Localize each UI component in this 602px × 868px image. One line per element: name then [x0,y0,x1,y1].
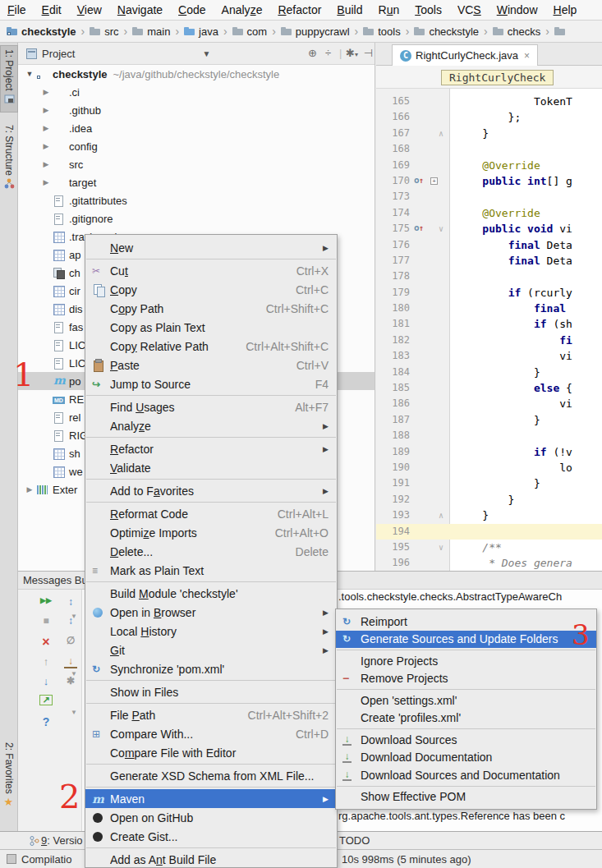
context-menu-item-validate[interactable]: Validate [85,458,337,477]
breadcrumb-item-item[interactable] [554,26,566,36]
tree-chevron-icon[interactable]: ▶ [39,160,53,168]
menubar-item-edit[interactable]: Edit [42,3,62,16]
code-line[interactable]: 170o↑+ public int[] g [376,173,602,189]
code-line[interactable]: 180 final [376,301,602,316]
code-line[interactable]: 176 final Deta [376,237,602,253]
code-line[interactable]: 173 [376,189,602,204]
context-menu-item-copy[interactable]: CopyCtrl+C [85,280,337,299]
code-line[interactable]: 195∨ /** [376,540,602,555]
fold-arrow-icon[interactable]: ∧ [439,126,443,141]
code-line[interactable]: 166 }; [376,109,602,125]
context-menu-item-copy-path[interactable]: Copy PathCtrl+Shift+C [85,299,337,318]
tree-item-ci[interactable]: ▶.ci [18,83,375,101]
menubar-item-view[interactable]: View [77,3,102,16]
code-line[interactable]: 193∧ } [376,507,602,523]
breadcrumb-item-puppycrawl[interactable]: puppycrawl [281,25,350,38]
menubar-item-build[interactable]: Build [337,3,362,16]
tree-chevron-icon[interactable]: ▶ [39,124,53,132]
chevron-down-icon[interactable]: ▼ [71,670,77,677]
breadcrumb-item-checkstyle[interactable]: checkstyle [7,25,76,38]
context-menu-item-compare-with[interactable]: ⊞Compare With...Ctrl+D [85,724,337,743]
tree-item-github[interactable]: ▶.github [18,101,375,119]
fold-expand-icon[interactable]: + [430,177,438,185]
context-menu-item-generate-xsd-schema-from-xml-file[interactable]: Generate XSD Schema from XML File... [85,766,337,785]
chevron-down-icon[interactable]: ▼ [202,49,210,58]
locate-icon[interactable]: ⊕ [308,47,317,59]
context-menu-item-add-as-ant-build-file[interactable]: Add as Ant Build File [85,850,337,868]
breadcrumb-item-main[interactable]: main [132,25,170,38]
import-icon[interactable]: ↓ [64,655,77,668]
tool-button-structure[interactable]: 7: Structure [0,125,18,215]
breadcrumb-item-checks[interactable]: checks [493,25,540,38]
context-menu-item-open-on-github[interactable]: Open on GitHub [85,808,337,827]
code-line[interactable]: 183 vi [376,348,602,364]
code-line[interactable]: 181 if (sh [376,316,602,332]
tree-item-gitignore[interactable]: .gitignore [18,209,375,227]
context-menu-item-file-path[interactable]: File PathCtrl+Alt+Shift+2 [85,705,337,724]
context-menu-item-git[interactable]: Git▶ [85,641,337,659]
breadcrumb-item-checkstyle[interactable]: checkstyle [414,25,479,38]
context-menu-item-build-module-checkstyle[interactable]: Build Module 'checkstyle' [85,584,337,603]
tool-button-version-control[interactable]: 9: Versio [41,834,83,847]
code-line[interactable]: 186 vi [376,396,602,411]
fold-arrow-icon[interactable]: ∧ [439,507,443,523]
submenu-item-ignore-projects[interactable]: Ignore Projects [336,652,596,670]
code-line[interactable]: 174 @Override [376,205,602,221]
tree-chevron-icon[interactable]: ▶ [39,178,53,186]
code-line[interactable]: 188 [376,428,602,443]
tree-item-config[interactable]: ▶config [18,137,375,155]
tree-item-src[interactable]: ▶src [18,155,375,173]
context-menu-item-optimize-imports[interactable]: Optimize ImportsCtrl+Alt+O [85,523,337,542]
context-menu-item-analyze[interactable]: Analyze▶ [85,416,337,435]
tree-chevron-icon[interactable]: ▶ [39,142,53,150]
context-menu-item-new[interactable]: New▶ [85,238,337,257]
code-line[interactable]: 187 } [376,412,602,428]
code-area[interactable]: 165 TokenT166 };167∧ }168169 @Override17… [376,89,602,571]
close-icon[interactable]: × [39,635,53,650]
code-line[interactable]: 178 [376,269,602,284]
submenu-item-download-documentation[interactable]: ↓Download Documentation [336,749,596,767]
context-menu-item-jump-to-source[interactable]: ↪Jump to SourceF4 [85,374,337,393]
menubar-item-navigate[interactable]: Navigate [117,3,163,16]
export-icon[interactable]: ↗ [39,695,53,705]
gear-icon[interactable]: ✱▾ [346,47,358,59]
submenu-item-show-effective-pom[interactable]: Show Effective POM [336,788,596,806]
submenu-item-download-sources[interactable]: ↓Download Sources [336,731,596,749]
chevron-down-icon[interactable]: ▼ [71,613,77,620]
expand-all-icon[interactable]: ↕ [64,596,77,608]
tree-item-target[interactable]: ▶target [18,173,375,191]
collapse-all-icon[interactable]: ÷ [325,47,331,59]
code-line[interactable]: 190 lo [376,460,602,475]
submenu-item-generate-sources-and-update-folders[interactable]: ↻Generate Sources and Update Folders [336,631,596,649]
context-menu-item-add-to-favorites[interactable]: Add to Favorites▶ [85,481,337,500]
menubar-item-code[interactable]: Code [178,3,205,16]
code-line[interactable]: 189 if (!v [376,444,602,460]
code-line[interactable]: 191 } [376,475,602,491]
editor-tab[interactable]: C RightCurlyCheck.java × [392,44,538,66]
context-menu-item-copy-as-plain-text[interactable]: Copy as Plain Text [85,318,337,337]
close-tab-icon[interactable]: × [524,50,530,62]
context-menu-item-create-gist[interactable]: Create Gist... [85,827,337,846]
submenu-item-reimport[interactable]: ↻Reimport [336,613,596,631]
prev-message-icon[interactable]: ↑ [39,655,53,668]
tool-button-project[interactable]: 1: Project [0,45,18,113]
fold-arrow-icon[interactable]: ∨ [439,540,443,555]
submenu-item-create-profiles-xml[interactable]: Create 'profiles.xml' [336,710,596,728]
menubar-item-file[interactable]: File [7,3,26,16]
tree-chevron-icon[interactable]: ▶ [23,485,36,494]
next-message-icon[interactable]: ↓ [39,675,53,687]
code-line[interactable]: 168 [376,141,602,157]
menubar-item-tools[interactable]: Tools [415,3,442,16]
code-line[interactable]: 175o↑∨ public void vi [376,221,602,237]
menubar-item-vcs[interactable]: VCS [457,3,481,16]
chevron-down-icon[interactable]: ▼ [71,709,77,716]
context-menu-item-reformat-code[interactable]: Reformat CodeCtrl+Alt+L [85,504,337,523]
tree-item-checkstyle[interactable]: ▼checkstyle~/java/github/checkstyle/chec… [18,65,375,83]
code-line[interactable]: 167∧ } [376,126,602,141]
tree-item-idea[interactable]: ▶.idea [18,119,375,137]
code-line[interactable]: 177 final Deta [376,253,602,269]
override-icon[interactable]: o↑ [414,223,424,234]
tree-chevron-icon[interactable]: ▼ [23,70,36,78]
tree-chevron-icon[interactable]: ▶ [39,88,53,96]
context-menu-item-copy-relative-path[interactable]: Copy Relative PathCtrl+Alt+Shift+C [85,337,337,356]
